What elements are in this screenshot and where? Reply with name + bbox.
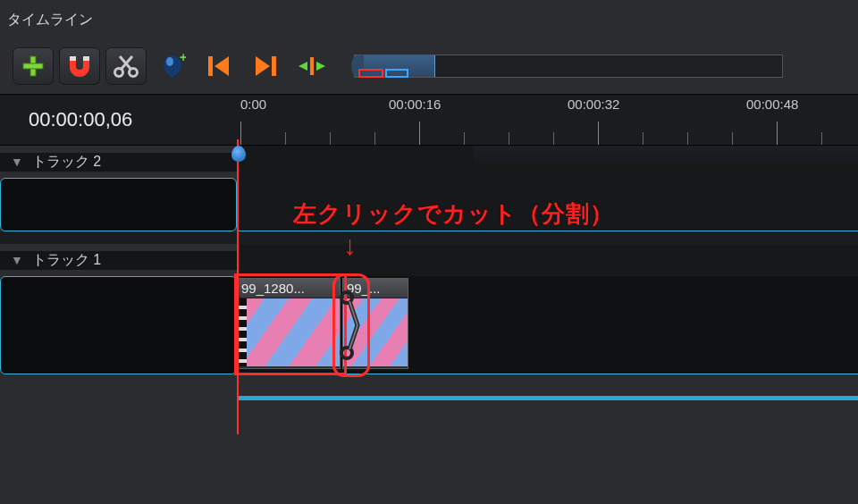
ripple-button[interactable]: [291, 47, 332, 85]
prev-key-button[interactable]: [198, 47, 240, 85]
svg-rect-3: [83, 56, 89, 61]
track-label: トラック 1: [32, 251, 101, 270]
track-header-row: ▼ トラック 2: [0, 146, 858, 178]
marker-icon: +: [159, 53, 186, 80]
track-header-row: ▼ トラック 1: [0, 244, 858, 276]
prev-key-icon: [206, 54, 232, 79]
magnet-icon: [66, 55, 93, 78]
navigator-clip-marker: [385, 69, 408, 78]
current-timecode: 00:00:00,06: [0, 95, 237, 145]
track-1-controls[interactable]: [0, 276, 237, 374]
timeline-navigator[interactable]: [354, 55, 783, 78]
track-label: トラック 2: [32, 153, 101, 172]
svg-text:+: +: [180, 53, 186, 64]
svg-point-6: [166, 57, 173, 66]
ruler-row: 00:00:00,06 0:00 00:00:16 00:00:32 00:00…: [0, 94, 858, 146]
time-ruler[interactable]: 0:00 00:00:16 00:00:32 00:00:48: [237, 95, 858, 145]
video-clip[interactable]: 99_1280...: [237, 278, 341, 369]
plus-icon: [21, 54, 46, 79]
svg-rect-10: [310, 57, 314, 75]
add-button[interactable]: [13, 47, 54, 85]
ripple-icon: [297, 55, 327, 77]
annotation-arrow: ↓: [343, 231, 357, 261]
track-2-lane-top[interactable]: [237, 146, 858, 178]
navigator-selection-marker: [358, 69, 383, 78]
ruler-label: 00:00:48: [746, 97, 798, 112]
chevron-down-icon: ▼: [11, 253, 23, 267]
svg-rect-8: [208, 56, 213, 76]
track-2-controls[interactable]: [0, 178, 237, 231]
clip-thumbnail: [238, 298, 340, 366]
track-1-body: 99_1280... 99_...: [0, 276, 858, 374]
panel-title: タイムライン: [0, 0, 858, 47]
timeline-baseline: [237, 396, 858, 400]
scissors-cursor-icon: [340, 285, 363, 365]
svg-rect-1: [23, 63, 43, 69]
track-1-lane-top[interactable]: [237, 244, 858, 276]
scissors-icon: [113, 54, 139, 79]
svg-rect-9: [272, 56, 276, 76]
ruler-label: 00:00:16: [389, 97, 441, 112]
playhead-handle[interactable]: [231, 146, 246, 162]
tracks-area: ▼ トラック 2 ▼ トラック 1 99_1280... 99_...: [0, 146, 858, 437]
next-key-icon: [252, 54, 279, 79]
svg-rect-2: [70, 56, 76, 61]
chevron-down-icon: ▼: [11, 155, 23, 169]
playhead-line[interactable]: [237, 139, 239, 434]
cut-cursor-highlight: [335, 276, 367, 374]
annotation-text: 左クリックでカット（分割）: [293, 198, 614, 230]
next-key-button[interactable]: [245, 47, 286, 85]
filmstrip-icon: [238, 298, 247, 366]
cut-button[interactable]: [105, 47, 147, 85]
ruler-label: 00:00:32: [568, 97, 619, 112]
track-1-header[interactable]: ▼ トラック 1: [0, 251, 237, 270]
track-2-header[interactable]: ▼ トラック 2: [0, 153, 237, 172]
clip-label: 99_1280...: [238, 279, 340, 298]
track-1-lane[interactable]: 99_1280... 99_...: [237, 276, 858, 374]
ruler-label: 0:00: [240, 97, 266, 112]
marker-button[interactable]: +: [152, 47, 193, 85]
timeline-toolbar: +: [0, 47, 858, 94]
magnet-button[interactable]: [59, 47, 100, 85]
